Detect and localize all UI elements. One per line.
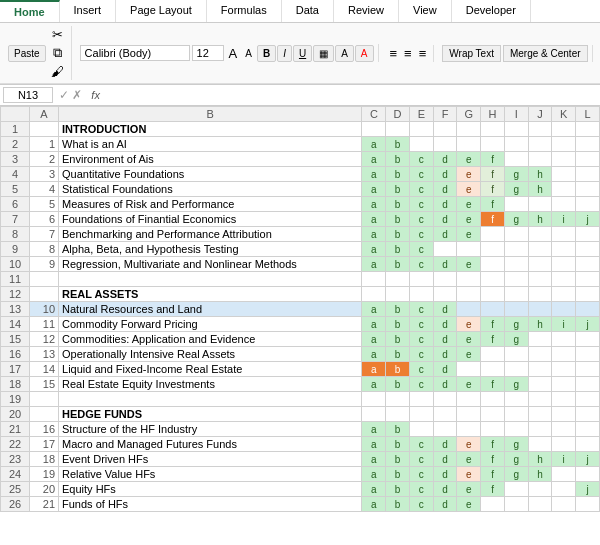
data-cell[interactable]: h bbox=[528, 182, 552, 197]
data-cell[interactable] bbox=[386, 287, 410, 302]
col-header-f[interactable]: F bbox=[433, 107, 457, 122]
data-cell[interactable]: c bbox=[409, 257, 433, 272]
cell-a-col[interactable]: 19 bbox=[30, 467, 59, 482]
data-cell[interactable] bbox=[504, 497, 528, 512]
data-cell[interactable] bbox=[504, 152, 528, 167]
data-cell[interactable] bbox=[528, 377, 552, 392]
data-cell[interactable] bbox=[457, 302, 481, 317]
row-header[interactable]: 24 bbox=[1, 467, 30, 482]
data-cell[interactable]: a bbox=[362, 212, 386, 227]
cell-label[interactable]: Alpha, Beta, and Hypothesis Testing bbox=[59, 242, 362, 257]
cell-label[interactable]: HEDGE FUNDS bbox=[59, 407, 362, 422]
cell-label[interactable]: Macro and Managed Futures Funds bbox=[59, 437, 362, 452]
data-cell[interactable]: g bbox=[504, 167, 528, 182]
data-cell[interactable] bbox=[481, 272, 505, 287]
table-row[interactable]: 11 bbox=[1, 272, 600, 287]
cell-a-col[interactable] bbox=[30, 287, 59, 302]
data-cell[interactable] bbox=[504, 392, 528, 407]
col-header-d[interactable]: D bbox=[386, 107, 410, 122]
row-header[interactable]: 15 bbox=[1, 332, 30, 347]
data-cell[interactable]: b bbox=[386, 452, 410, 467]
data-cell[interactable] bbox=[528, 197, 552, 212]
data-cell[interactable]: a bbox=[362, 167, 386, 182]
table-row[interactable]: 43Quantitative Foundationsabcdefgh bbox=[1, 167, 600, 182]
data-cell[interactable] bbox=[409, 407, 433, 422]
data-cell[interactable] bbox=[362, 122, 386, 137]
data-cell[interactable]: c bbox=[409, 362, 433, 377]
cell-a-col[interactable] bbox=[30, 392, 59, 407]
data-cell[interactable]: f bbox=[481, 437, 505, 452]
data-cell[interactable]: d bbox=[433, 437, 457, 452]
cell-label[interactable]: Measures of Risk and Performance bbox=[59, 197, 362, 212]
data-cell[interactable] bbox=[528, 437, 552, 452]
data-cell[interactable] bbox=[504, 272, 528, 287]
data-cell[interactable]: j bbox=[576, 482, 600, 497]
data-cell[interactable]: e bbox=[457, 452, 481, 467]
data-cell[interactable]: h bbox=[528, 212, 552, 227]
data-cell[interactable] bbox=[409, 272, 433, 287]
data-cell[interactable]: g bbox=[504, 212, 528, 227]
col-header-l[interactable]: L bbox=[576, 107, 600, 122]
col-header-g[interactable]: G bbox=[457, 107, 481, 122]
data-cell[interactable]: f bbox=[481, 182, 505, 197]
row-header[interactable]: 10 bbox=[1, 257, 30, 272]
row-header[interactable]: 25 bbox=[1, 482, 30, 497]
cell-label[interactable]: Event Driven HFs bbox=[59, 452, 362, 467]
row-header[interactable]: 17 bbox=[1, 362, 30, 377]
cell-a-col[interactable] bbox=[30, 122, 59, 137]
data-cell[interactable] bbox=[481, 407, 505, 422]
font-shrink-icon[interactable]: A bbox=[242, 47, 255, 60]
data-cell[interactable] bbox=[552, 122, 576, 137]
tab-view[interactable]: View bbox=[399, 0, 452, 22]
data-cell[interactable] bbox=[552, 137, 576, 152]
data-cell[interactable]: c bbox=[409, 242, 433, 257]
align-right-icon[interactable]: ≡ bbox=[416, 45, 430, 62]
data-cell[interactable] bbox=[576, 227, 600, 242]
data-cell[interactable]: b bbox=[386, 377, 410, 392]
data-cell[interactable]: g bbox=[504, 452, 528, 467]
row-header[interactable]: 3 bbox=[1, 152, 30, 167]
data-cell[interactable]: a bbox=[362, 302, 386, 317]
data-cell[interactable]: f bbox=[481, 377, 505, 392]
data-cell[interactable] bbox=[528, 482, 552, 497]
data-cell[interactable] bbox=[552, 497, 576, 512]
data-cell[interactable] bbox=[576, 272, 600, 287]
cell-label[interactable]: REAL ASSETS bbox=[59, 287, 362, 302]
cell-a-col[interactable]: 6 bbox=[30, 212, 59, 227]
data-cell[interactable] bbox=[362, 272, 386, 287]
data-cell[interactable] bbox=[457, 392, 481, 407]
format-painter-icon[interactable]: 🖌 bbox=[48, 63, 67, 80]
row-header[interactable]: 21 bbox=[1, 422, 30, 437]
tab-home[interactable]: Home bbox=[0, 0, 60, 22]
data-cell[interactable] bbox=[386, 272, 410, 287]
font-color-button[interactable]: A bbox=[355, 45, 374, 62]
data-cell[interactable]: e bbox=[457, 257, 481, 272]
data-cell[interactable] bbox=[576, 137, 600, 152]
cell-label[interactable]: What is an AI bbox=[59, 137, 362, 152]
table-row[interactable]: 1INTRODUCTION bbox=[1, 122, 600, 137]
data-cell[interactable]: e bbox=[457, 317, 481, 332]
cell-label[interactable]: Structure of the HF Industry bbox=[59, 422, 362, 437]
data-cell[interactable] bbox=[457, 362, 481, 377]
col-header-i[interactable]: I bbox=[504, 107, 528, 122]
data-cell[interactable]: h bbox=[528, 317, 552, 332]
data-cell[interactable] bbox=[528, 242, 552, 257]
data-cell[interactable]: a bbox=[362, 482, 386, 497]
underline-button[interactable]: U bbox=[293, 45, 312, 62]
data-cell[interactable]: e bbox=[457, 482, 481, 497]
data-cell[interactable]: d bbox=[433, 302, 457, 317]
data-cell[interactable] bbox=[481, 362, 505, 377]
cell-label[interactable]: Environment of Ais bbox=[59, 152, 362, 167]
data-cell[interactable]: d bbox=[433, 482, 457, 497]
data-cell[interactable] bbox=[504, 257, 528, 272]
data-cell[interactable] bbox=[457, 422, 481, 437]
table-row[interactable]: 1512Commodities: Application and Evidenc… bbox=[1, 332, 600, 347]
wrap-text-button[interactable]: Wrap Text bbox=[442, 45, 501, 62]
data-cell[interactable]: c bbox=[409, 317, 433, 332]
col-header-b[interactable]: B bbox=[59, 107, 362, 122]
data-cell[interactable]: e bbox=[457, 197, 481, 212]
cell-a-col[interactable]: 7 bbox=[30, 227, 59, 242]
data-cell[interactable]: a bbox=[362, 347, 386, 362]
data-cell[interactable]: f bbox=[481, 152, 505, 167]
data-cell[interactable] bbox=[481, 122, 505, 137]
